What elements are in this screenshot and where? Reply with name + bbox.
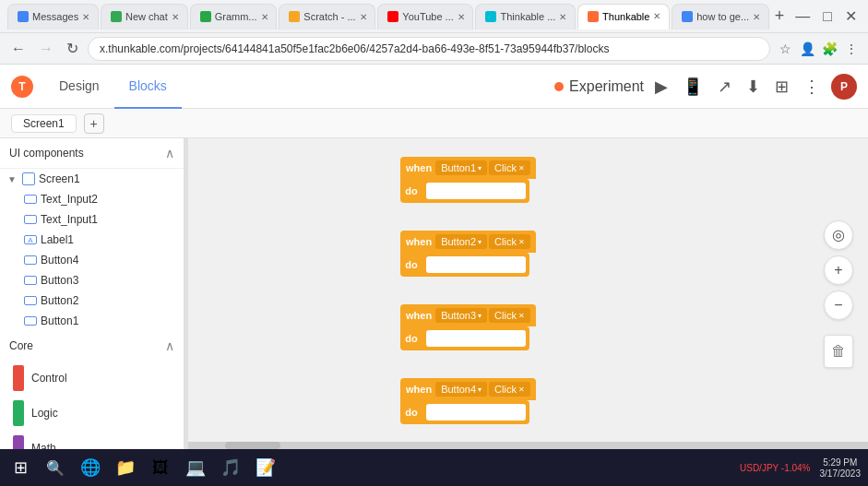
tab-close-icon[interactable]: ✕ bbox=[559, 12, 566, 22]
tab-grammarly[interactable]: Gramm... ✕ bbox=[190, 4, 278, 30]
do-slot-area bbox=[422, 326, 529, 350]
experiment-label: Experiment bbox=[569, 78, 644, 95]
block-button4[interactable]: when Button4 ▾ Click ✕ do bbox=[400, 378, 536, 424]
zoom-in-button[interactable]: + bbox=[824, 255, 853, 285]
taskbar-photos[interactable]: 🖼 bbox=[144, 451, 177, 484]
core-item-logic[interactable]: Logic bbox=[0, 396, 184, 431]
experiment-title: Experiment bbox=[554, 78, 644, 95]
tab-close-icon[interactable]: ✕ bbox=[82, 12, 89, 22]
tab-newchat[interactable]: New chat ✕ bbox=[101, 4, 188, 30]
nav-design[interactable]: Design bbox=[44, 65, 114, 109]
tab-messages[interactable]: Messages ✕ bbox=[7, 4, 99, 30]
when-label: when bbox=[406, 384, 432, 395]
core-label: Core bbox=[9, 339, 33, 352]
download-button[interactable]: ⬇ bbox=[743, 73, 764, 101]
minimize-button[interactable]: — bbox=[791, 6, 814, 27]
close-window-button[interactable]: ✕ bbox=[841, 6, 861, 27]
button-chip-label: Button3 bbox=[441, 310, 476, 321]
block-button1[interactable]: when Button1 ▾ Click ✕ do bbox=[400, 157, 536, 203]
screen-icon bbox=[22, 172, 35, 185]
scrollbar-thumb[interactable] bbox=[225, 442, 280, 449]
tab-close-icon[interactable]: ✕ bbox=[458, 12, 465, 22]
forward-button[interactable]: → bbox=[35, 39, 57, 59]
button-chip[interactable]: Button3 ▾ bbox=[435, 308, 487, 323]
tree-item-textinput1[interactable]: Text_Input1 bbox=[0, 209, 184, 230]
canvas-area[interactable]: when Button1 ▾ Click ✕ do bbox=[188, 138, 868, 449]
block-left-bar: do bbox=[400, 326, 422, 350]
button-chip[interactable]: Button1 ▾ bbox=[435, 160, 487, 175]
bookmark-icon[interactable]: ☆ bbox=[776, 40, 794, 58]
chip-arrow-icon: ▾ bbox=[478, 385, 482, 394]
event-chip-label: Click bbox=[494, 162, 517, 173]
button-chip[interactable]: Button2 ▾ bbox=[435, 234, 487, 249]
taskbar-word[interactable]: 📝 bbox=[249, 451, 282, 484]
share-button[interactable]: ↗ bbox=[714, 73, 735, 101]
more-menu-button[interactable]: ⋮ bbox=[800, 73, 824, 101]
tab-close-icon[interactable]: ✕ bbox=[172, 12, 179, 22]
more-icon[interactable]: ⋮ bbox=[842, 40, 861, 58]
tab-thunkable-active[interactable]: Thunkable ✕ bbox=[577, 4, 670, 30]
address-input[interactable] bbox=[88, 37, 770, 61]
phone-button[interactable]: 📱 bbox=[679, 73, 707, 101]
canvas-inner: when Button1 ▾ Click ✕ do bbox=[188, 138, 834, 449]
experiment-dot bbox=[554, 82, 564, 91]
taskbar-search[interactable]: 🔍 bbox=[39, 451, 72, 484]
extension-icon[interactable]: 🧩 bbox=[820, 40, 838, 58]
maximize-button[interactable]: □ bbox=[819, 6, 836, 27]
tab-favicon bbox=[485, 11, 496, 22]
compass-button[interactable]: ◎ bbox=[824, 220, 853, 250]
taskbar-chrome[interactable]: 🌐 bbox=[74, 451, 107, 484]
new-tab-button[interactable]: + bbox=[771, 5, 789, 28]
event-chip[interactable]: Click ✕ bbox=[489, 160, 530, 175]
tab-close-icon[interactable]: ✕ bbox=[753, 12, 760, 22]
tab-howto[interactable]: how to ge... ✕ bbox=[672, 4, 769, 30]
tab-youtube[interactable]: YouTube ... ✕ bbox=[377, 4, 473, 30]
button-chip[interactable]: Button4 ▾ bbox=[435, 382, 487, 397]
nav-blocks[interactable]: Blocks bbox=[114, 65, 182, 109]
reload-button[interactable]: ↻ bbox=[63, 38, 82, 59]
text-input-icon bbox=[24, 195, 37, 204]
horizontal-scrollbar[interactable] bbox=[188, 442, 868, 449]
ui-collapse-button[interactable]: ∧ bbox=[165, 146, 174, 160]
tree-item-button3[interactable]: Button3 bbox=[0, 270, 184, 290]
tree-item-label1[interactable]: A Label1 bbox=[0, 230, 184, 250]
block-left-bar: do bbox=[400, 253, 422, 277]
event-chip[interactable]: Click ✕ bbox=[489, 234, 530, 249]
tree-item-button2[interactable]: Button2 bbox=[0, 290, 184, 311]
label-icon: A bbox=[24, 235, 37, 244]
main-area: UI components ∧ ▼ Screen1 Text_Input2 Te… bbox=[0, 138, 868, 449]
block-button3[interactable]: when Button3 ▾ Click ✕ do bbox=[400, 304, 536, 350]
trash-button[interactable]: 🗑 bbox=[824, 335, 853, 368]
core-collapse-button[interactable]: ∧ bbox=[165, 338, 174, 353]
taskbar-vscode[interactable]: 💻 bbox=[179, 451, 212, 484]
screen1-tab[interactable]: Screen1 bbox=[11, 114, 77, 133]
tree-item-screen1[interactable]: ▼ Screen1 bbox=[0, 169, 184, 189]
block-button2[interactable]: when Button2 ▾ Click ✕ do bbox=[400, 231, 536, 277]
tree-item-button1[interactable]: Button1 bbox=[0, 311, 184, 331]
taskbar-explorer[interactable]: 📁 bbox=[109, 451, 142, 484]
start-button[interactable]: ⊞ bbox=[4, 451, 37, 484]
zoom-out-button[interactable]: − bbox=[824, 290, 853, 320]
core-item-control[interactable]: Control bbox=[0, 361, 184, 396]
play-button[interactable]: ▶ bbox=[651, 73, 672, 101]
tree-item-button4[interactable]: Button4 bbox=[0, 250, 184, 270]
chip-arrow-icon: ▾ bbox=[478, 312, 482, 320]
tree-item-label: Text_Input2 bbox=[41, 193, 98, 206]
taskbar-music[interactable]: 🎵 bbox=[214, 451, 247, 484]
back-button[interactable]: ← bbox=[7, 39, 30, 59]
add-screen-button[interactable]: + bbox=[84, 113, 104, 134]
layout-button[interactable]: ⊞ bbox=[771, 73, 792, 101]
when-label: when bbox=[406, 310, 432, 321]
tab-close-icon[interactable]: ✕ bbox=[653, 11, 660, 21]
tab-close-icon[interactable]: ✕ bbox=[360, 12, 367, 22]
tab-close-icon[interactable]: ✕ bbox=[261, 12, 268, 22]
tree-item-textinput2[interactable]: Text_Input2 bbox=[0, 189, 184, 209]
core-item-math[interactable]: Math bbox=[0, 431, 184, 449]
event-chip[interactable]: Click ✕ bbox=[489, 308, 530, 323]
tab-scratch[interactable]: Scratch - ... ✕ bbox=[279, 4, 375, 30]
event-chip[interactable]: Click ✕ bbox=[489, 382, 530, 397]
tab-thinkable[interactable]: Thinkable ... ✕ bbox=[475, 4, 576, 30]
avatar[interactable]: P bbox=[831, 74, 857, 100]
profile-icon[interactable]: 👤 bbox=[798, 40, 816, 58]
tab-label: how to ge... bbox=[696, 11, 749, 22]
